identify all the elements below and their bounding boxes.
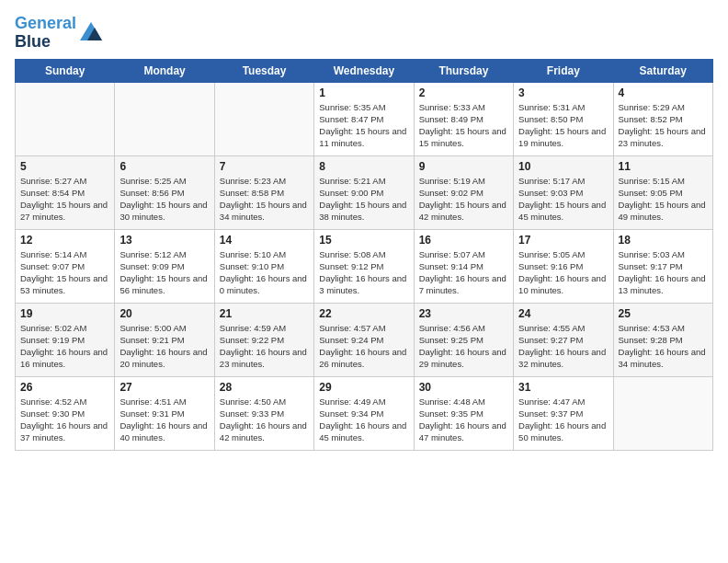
weekday-header: Saturday (613, 59, 712, 82)
calendar-cell: 24Sunrise: 4:55 AM Sunset: 9:27 PM Dayli… (514, 303, 613, 376)
day-info: Sunrise: 5:19 AM Sunset: 9:02 PM Dayligh… (419, 175, 508, 224)
calendar-cell: 2Sunrise: 5:33 AM Sunset: 8:49 PM Daylig… (414, 82, 513, 155)
day-number: 1 (319, 86, 408, 99)
calendar-week-row: 5Sunrise: 5:27 AM Sunset: 8:54 PM Daylig… (16, 155, 713, 229)
day-info: Sunrise: 4:52 AM Sunset: 9:30 PM Dayligh… (20, 396, 109, 444)
calendar-cell: 3Sunrise: 5:31 AM Sunset: 8:50 PM Daylig… (514, 82, 613, 155)
day-number: 2 (419, 86, 508, 99)
calendar-cell: 20Sunrise: 5:00 AM Sunset: 9:21 PM Dayli… (115, 303, 214, 376)
weekday-header: Tuesday (214, 59, 313, 82)
day-number: 21 (220, 307, 309, 320)
day-info: Sunrise: 4:59 AM Sunset: 9:22 PM Dayligh… (220, 322, 309, 371)
calendar-cell: 23Sunrise: 4:56 AM Sunset: 9:25 PM Dayli… (414, 303, 513, 376)
day-info: Sunrise: 5:08 AM Sunset: 9:12 PM Dayligh… (319, 248, 408, 297)
day-number: 31 (518, 381, 608, 394)
calendar-cell: 13Sunrise: 5:12 AM Sunset: 9:09 PM Dayli… (115, 229, 214, 303)
day-info: Sunrise: 5:31 AM Sunset: 8:50 PM Dayligh… (518, 101, 608, 150)
calendar-header: SundayMondayTuesdayWednesdayThursdayFrid… (16, 59, 713, 82)
weekday-header: Friday (514, 59, 613, 82)
calendar-cell: 21Sunrise: 4:59 AM Sunset: 9:22 PM Dayli… (214, 303, 313, 376)
day-number: 20 (119, 307, 209, 320)
calendar-week-row: 12Sunrise: 5:14 AM Sunset: 9:07 PM Dayli… (16, 229, 713, 303)
day-info: Sunrise: 5:03 AM Sunset: 9:17 PM Dayligh… (619, 248, 708, 297)
calendar-cell: 27Sunrise: 4:51 AM Sunset: 9:31 PM Dayli… (115, 376, 214, 450)
calendar-cell: 19Sunrise: 5:02 AM Sunset: 9:19 PM Dayli… (16, 303, 115, 376)
calendar-cell: 6Sunrise: 5:25 AM Sunset: 8:56 PM Daylig… (115, 155, 214, 229)
day-info: Sunrise: 4:53 AM Sunset: 9:28 PM Dayligh… (619, 322, 708, 371)
calendar-cell (16, 82, 115, 155)
day-info: Sunrise: 4:47 AM Sunset: 9:37 PM Dayligh… (518, 396, 608, 444)
day-info: Sunrise: 5:14 AM Sunset: 9:07 PM Dayligh… (20, 248, 109, 297)
day-number: 5 (20, 160, 109, 173)
calendar-cell: 14Sunrise: 5:10 AM Sunset: 9:10 PM Dayli… (214, 229, 313, 303)
calendar-cell: 30Sunrise: 4:48 AM Sunset: 9:35 PM Dayli… (414, 376, 513, 450)
calendar-table: SundayMondayTuesdayWednesdayThursdayFrid… (15, 59, 713, 451)
calendar-week-row: 19Sunrise: 5:02 AM Sunset: 9:19 PM Dayli… (16, 303, 713, 376)
calendar-cell: 26Sunrise: 4:52 AM Sunset: 9:30 PM Dayli… (16, 376, 115, 450)
day-number: 11 (619, 160, 708, 173)
calendar-cell: 31Sunrise: 4:47 AM Sunset: 9:37 PM Dayli… (514, 376, 613, 450)
day-info: Sunrise: 4:50 AM Sunset: 9:33 PM Dayligh… (220, 396, 309, 444)
day-number: 24 (518, 307, 608, 320)
calendar-cell: 17Sunrise: 5:05 AM Sunset: 9:16 PM Dayli… (514, 229, 613, 303)
calendar-cell: 11Sunrise: 5:15 AM Sunset: 9:05 PM Dayli… (613, 155, 712, 229)
calendar-cell: 9Sunrise: 5:19 AM Sunset: 9:02 PM Daylig… (414, 155, 513, 229)
weekday-header: Thursday (414, 59, 513, 82)
day-number: 4 (619, 86, 708, 99)
calendar-cell (613, 376, 712, 450)
calendar-cell: 4Sunrise: 5:29 AM Sunset: 8:52 PM Daylig… (613, 82, 712, 155)
day-info: Sunrise: 5:25 AM Sunset: 8:56 PM Dayligh… (119, 175, 209, 224)
day-info: Sunrise: 5:15 AM Sunset: 9:05 PM Dayligh… (619, 175, 708, 224)
day-number: 6 (119, 160, 209, 173)
weekday-header: Wednesday (314, 59, 414, 82)
day-info: Sunrise: 4:51 AM Sunset: 9:31 PM Dayligh… (119, 396, 209, 444)
day-number: 12 (20, 234, 109, 247)
day-number: 15 (319, 234, 408, 247)
day-number: 22 (319, 307, 408, 320)
day-number: 27 (119, 381, 209, 394)
calendar-cell: 22Sunrise: 4:57 AM Sunset: 9:24 PM Dayli… (314, 303, 414, 376)
day-info: Sunrise: 5:33 AM Sunset: 8:49 PM Dayligh… (419, 101, 508, 150)
day-number: 13 (119, 234, 209, 247)
calendar-cell: 5Sunrise: 5:27 AM Sunset: 8:54 PM Daylig… (16, 155, 115, 229)
page-header: GeneralBlue (15, 15, 713, 52)
day-info: Sunrise: 5:17 AM Sunset: 9:03 PM Dayligh… (518, 175, 608, 224)
calendar-cell: 29Sunrise: 4:49 AM Sunset: 9:34 PM Dayli… (314, 376, 414, 450)
day-info: Sunrise: 5:07 AM Sunset: 9:14 PM Dayligh… (419, 248, 508, 297)
calendar-cell (115, 82, 214, 155)
day-info: Sunrise: 5:29 AM Sunset: 8:52 PM Dayligh… (619, 101, 708, 150)
day-info: Sunrise: 5:27 AM Sunset: 8:54 PM Dayligh… (20, 175, 109, 224)
day-number: 19 (20, 307, 109, 320)
logo-text: GeneralBlue (15, 15, 76, 52)
day-number: 9 (419, 160, 508, 173)
day-info: Sunrise: 5:23 AM Sunset: 8:58 PM Dayligh… (220, 175, 309, 224)
day-number: 14 (220, 234, 309, 247)
calendar-cell: 12Sunrise: 5:14 AM Sunset: 9:07 PM Dayli… (16, 229, 115, 303)
day-info: Sunrise: 4:49 AM Sunset: 9:34 PM Dayligh… (319, 396, 408, 444)
day-number: 25 (619, 307, 708, 320)
day-info: Sunrise: 5:35 AM Sunset: 8:47 PM Dayligh… (319, 101, 408, 150)
day-info: Sunrise: 5:10 AM Sunset: 9:10 PM Dayligh… (220, 248, 309, 297)
day-info: Sunrise: 4:56 AM Sunset: 9:25 PM Dayligh… (419, 322, 508, 371)
weekday-header: Sunday (16, 59, 115, 82)
day-info: Sunrise: 4:48 AM Sunset: 9:35 PM Dayligh… (419, 396, 508, 444)
day-number: 29 (319, 381, 408, 394)
day-info: Sunrise: 4:57 AM Sunset: 9:24 PM Dayligh… (319, 322, 408, 371)
day-info: Sunrise: 5:00 AM Sunset: 9:21 PM Dayligh… (119, 322, 209, 371)
calendar-cell: 1Sunrise: 5:35 AM Sunset: 8:47 PM Daylig… (314, 82, 414, 155)
calendar-cell: 8Sunrise: 5:21 AM Sunset: 9:00 PM Daylig… (314, 155, 414, 229)
calendar-week-row: 1Sunrise: 5:35 AM Sunset: 8:47 PM Daylig… (16, 82, 713, 155)
day-number: 7 (220, 160, 309, 173)
day-number: 23 (419, 307, 508, 320)
day-number: 10 (518, 160, 608, 173)
calendar-cell: 25Sunrise: 4:53 AM Sunset: 9:28 PM Dayli… (613, 303, 712, 376)
calendar-cell: 7Sunrise: 5:23 AM Sunset: 8:58 PM Daylig… (214, 155, 313, 229)
day-number: 8 (319, 160, 408, 173)
day-info: Sunrise: 5:02 AM Sunset: 9:19 PM Dayligh… (20, 322, 109, 371)
day-number: 3 (518, 86, 608, 99)
day-info: Sunrise: 4:55 AM Sunset: 9:27 PM Dayligh… (518, 322, 608, 371)
logo: GeneralBlue (15, 15, 104, 52)
day-number: 18 (619, 234, 708, 247)
day-info: Sunrise: 5:12 AM Sunset: 9:09 PM Dayligh… (119, 248, 209, 297)
calendar-cell: 10Sunrise: 5:17 AM Sunset: 9:03 PM Dayli… (514, 155, 613, 229)
